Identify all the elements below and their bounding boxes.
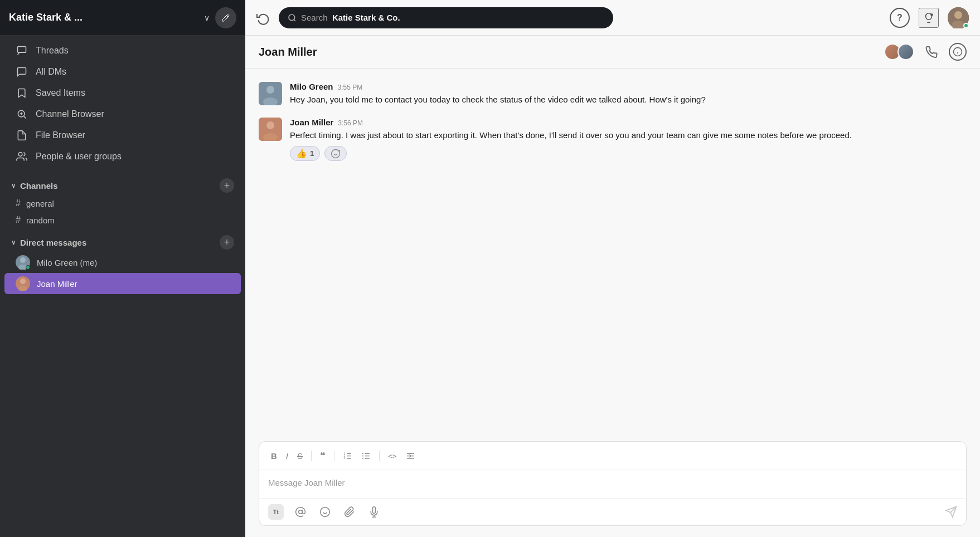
dm-item-joan[interactable]: Joan Miller (4, 273, 241, 294)
people-groups-label: People & user groups (36, 152, 122, 162)
info-icon (953, 47, 963, 57)
joan-message-avatar (259, 118, 282, 141)
channels-section-header: ∨ Channels + (0, 172, 245, 195)
hash-icon: # (16, 215, 21, 225)
dm-section-toggle[interactable]: ∨ Direct messages + (11, 235, 234, 250)
milo-avatar (16, 255, 30, 270)
sidebar-item-all-dms[interactable]: All DMs (4, 61, 241, 82)
hash-icon: # (16, 198, 21, 208)
chat-area: Joan Miller (245, 36, 980, 537)
message-placeholder: Message Joan Miller (268, 478, 345, 487)
top-bar-right: Search Katie Stark & Co. ? (245, 0, 980, 36)
ordered-list-button[interactable]: 1 2 3 (340, 449, 355, 463)
thumbs-up-count: 1 (310, 149, 314, 158)
call-button[interactable] (923, 42, 940, 61)
dm-section-label: Direct messages (20, 238, 86, 247)
channel-random-label: random (26, 216, 55, 225)
milo-message-text: Hey Joan, you told me to contact you tod… (290, 94, 967, 106)
saved-items-label: Saved Items (36, 88, 85, 98)
send-button[interactable] (945, 506, 957, 518)
indent-icon (406, 451, 415, 461)
channels-section-toggle[interactable]: ∨ Channels + (11, 178, 234, 193)
threads-icon (16, 45, 28, 57)
channels-section-label: Channels (20, 181, 58, 191)
audio-button[interactable] (366, 504, 382, 520)
edit-button[interactable] (215, 7, 236, 28)
attachment-button[interactable] (342, 504, 357, 520)
svg-point-46 (299, 510, 303, 514)
emoji-button[interactable] (317, 504, 333, 520)
search-bar[interactable]: Search Katie Stark & Co. (279, 7, 613, 28)
lightbulb-button[interactable] (919, 8, 939, 28)
composer: B I S ❝ 1 2 3 (245, 435, 980, 537)
composer-actions: Tt (259, 498, 966, 525)
milo-message-avatar (259, 82, 282, 105)
user-avatar[interactable] (948, 7, 969, 28)
code-button[interactable]: <> (385, 450, 400, 462)
svg-text:3: 3 (343, 457, 345, 460)
chat-header-actions (884, 42, 967, 61)
search-workspace: Katie Stark & Co. (332, 13, 400, 22)
bold-button[interactable]: B (268, 449, 280, 463)
message-input[interactable]: Message Joan Miller (259, 470, 966, 498)
top-bar: Katie Stark & ... ∨ Search Katie Stark &… (0, 0, 980, 36)
chat-title: Joan Miller (259, 46, 317, 58)
svg-point-4 (954, 11, 962, 19)
sidebar-item-general[interactable]: # general (4, 195, 241, 212)
indent-button[interactable] (403, 449, 418, 463)
add-emoji-icon (331, 149, 341, 159)
joan-message-text: Perfect timing. I was just about to star… (290, 129, 967, 142)
channel-general-label: general (26, 199, 54, 208)
microphone-icon (368, 506, 380, 518)
dm-item-milo[interactable]: Milo Green (me) (4, 252, 241, 273)
add-channel-button[interactable]: + (220, 178, 234, 193)
sidebar-item-people-groups[interactable]: People & user groups (4, 146, 241, 167)
history-button[interactable] (256, 10, 270, 25)
sidebar-item-file-browser[interactable]: File Browser (4, 125, 241, 146)
toolbar-divider-3 (379, 451, 380, 461)
svg-point-40 (362, 453, 363, 454)
threads-label: Threads (36, 46, 69, 56)
add-reaction-button[interactable] (324, 146, 347, 161)
svg-point-41 (362, 455, 363, 456)
sidebar-item-saved-items[interactable]: Saved Items (4, 82, 241, 104)
composer-box: B I S ❝ 1 2 3 (259, 441, 967, 526)
milo-message-content: Milo Green 3:55 PM Hey Joan, you told me… (290, 82, 967, 106)
milo-avatar-large (259, 82, 282, 105)
channels-chevron-icon: ∨ (11, 182, 16, 189)
online-indicator (963, 23, 969, 28)
quote-button[interactable]: ❝ (317, 447, 328, 464)
milo-name: Milo Green (me) (37, 258, 97, 267)
joan-name: Joan Miller (37, 279, 77, 289)
font-toggle-button[interactable]: Tt (268, 504, 284, 520)
message-2: Joan Miller 3:56 PM Perfect timing. I wa… (259, 118, 967, 162)
participant-avatar-milo (897, 43, 914, 60)
strikethrough-button[interactable]: S (294, 449, 305, 463)
add-dm-button[interactable]: + (220, 235, 234, 250)
sidebar-item-random[interactable]: # random (4, 212, 241, 228)
unordered-list-button[interactable] (358, 449, 373, 463)
help-button[interactable]: ? (890, 8, 910, 28)
sidebar-item-channel-browser[interactable]: Channel Browser (4, 104, 241, 125)
ordered-list-icon: 1 2 3 (343, 451, 352, 461)
dm-section-header: ∨ Direct messages + (0, 228, 245, 252)
svg-point-15 (20, 279, 26, 284)
info-button[interactable] (949, 43, 967, 61)
chat-header: Joan Miller (245, 36, 980, 69)
workspace-name: Katie Stark & ... (9, 12, 198, 23)
italic-button[interactable]: I (283, 449, 291, 463)
thumbs-up-reaction[interactable]: 👍 1 (290, 146, 320, 161)
top-right-actions: ? (890, 7, 969, 28)
messages-list: Milo Green 3:55 PM Hey Joan, you told me… (245, 69, 980, 435)
joan-avatar-svg (16, 276, 30, 291)
milo-sender-name: Milo Green (290, 82, 333, 91)
thumbs-up-emoji: 👍 (296, 148, 307, 159)
joan-avatar (16, 276, 30, 291)
sidebar-item-threads[interactable]: Threads (4, 40, 241, 61)
pencil-icon (221, 13, 230, 22)
lightbulb-icon (923, 12, 935, 24)
mention-button[interactable] (293, 504, 308, 520)
svg-point-10 (18, 153, 22, 157)
file-browser-label: File Browser (36, 130, 85, 140)
svg-point-47 (321, 507, 330, 517)
